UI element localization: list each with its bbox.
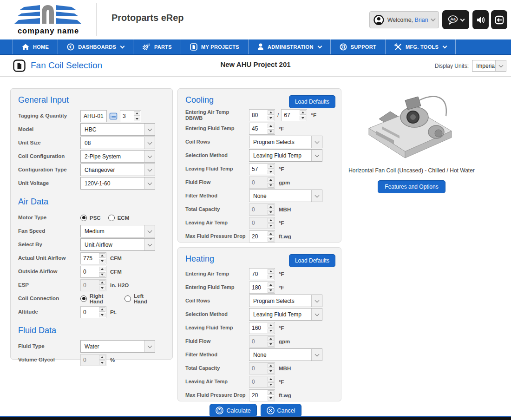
entering-air-temp-db-stepper[interactable]: 80 <box>249 109 275 121</box>
max-fluid-pressure-drop-stepper[interactable]: 20 <box>249 389 275 401</box>
spinner[interactable] <box>267 269 275 280</box>
max-fluid-pressure-drop-stepper[interactable]: 20 <box>249 230 275 243</box>
quantity-stepper[interactable]: 3 <box>120 110 141 122</box>
spin-up-button[interactable] <box>99 267 105 271</box>
leaving-fluid-temp-stepper[interactable]: 57 <box>249 163 275 175</box>
model-select[interactable]: HBC <box>80 123 155 136</box>
unit-voltage-select[interactable]: 120V-1-60 <box>80 177 155 190</box>
spinner[interactable] <box>98 307 106 318</box>
configuration-type-select[interactable]: Changeover <box>80 164 155 176</box>
nav-item-dashboards[interactable]: DASHBOARDS <box>58 39 133 54</box>
display-units-select[interactable]: Imperial <box>472 60 506 72</box>
select-by-select[interactable]: Unit Airflow <box>80 238 155 251</box>
spin-up-button <box>268 377 274 381</box>
nav-item-administration[interactable]: ADMINISTRATION <box>249 39 331 54</box>
spin-up-button[interactable] <box>134 111 140 116</box>
spin-down-button[interactable] <box>268 396 274 400</box>
entering-fluid-temp-stepper[interactable]: 45 <box>249 123 275 135</box>
calculate-button[interactable]: Calculate <box>210 404 256 417</box>
spin-down-button[interactable] <box>268 237 274 242</box>
cooling-load-defaults-button[interactable]: Load Defaults <box>289 95 335 108</box>
spin-down-button[interactable] <box>268 275 274 279</box>
spinner[interactable] <box>267 110 275 121</box>
spin-down-button[interactable] <box>268 288 274 293</box>
spin-up-button[interactable] <box>268 110 274 115</box>
radio-right-hand[interactable] <box>80 295 87 302</box>
entering-air-temp-stepper[interactable]: 70 <box>249 268 275 280</box>
spinner <box>267 336 275 347</box>
radio-ecm[interactable] <box>108 215 115 221</box>
coil-rows-select[interactable]: Program Selects <box>249 136 322 148</box>
entering-air-temp-value: 70 <box>249 269 267 280</box>
spinner[interactable] <box>267 231 275 242</box>
altitude-stepper[interactable]: 0 <box>80 306 106 318</box>
company-logo[interactable]: company name <box>13 3 84 35</box>
selection-method-select[interactable]: Leaving Fluid Temp <box>249 149 322 162</box>
radio-left-hand[interactable] <box>124 295 131 302</box>
spin-down-button[interactable] <box>268 129 274 134</box>
nav-item-mfg-tools[interactable]: MFG. TOOLS <box>386 39 456 54</box>
actual-unit-airflow-stepper[interactable]: 775 <box>80 252 106 264</box>
filter-method-select[interactable]: None <box>249 348 322 361</box>
selection-method-select[interactable]: Leaving Fluid Temp <box>249 308 322 321</box>
spin-up-button[interactable] <box>99 307 105 312</box>
spin-down-button[interactable] <box>134 117 140 121</box>
language-button[interactable]: Aa <box>442 10 469 29</box>
fluid-type-select[interactable]: Water <box>80 340 155 353</box>
spin-up-button[interactable] <box>300 110 306 115</box>
tag-input[interactable]: AHU-01 <box>80 110 107 122</box>
heating-load-defaults-button[interactable]: Load Defaults <box>289 254 335 267</box>
nav-item-support[interactable]: SUPPORT <box>331 39 386 54</box>
coil-configuration-select[interactable]: 2-Pipe System <box>80 150 155 163</box>
spin-up-button[interactable] <box>268 323 274 328</box>
display-units-label: Display Units: <box>435 63 469 69</box>
nav-item-home[interactable]: HOME <box>13 39 58 54</box>
spin-down-button[interactable] <box>268 328 274 333</box>
user-menu[interactable]: Welcome, Brian <box>369 11 439 28</box>
spin-down-button[interactable] <box>99 272 105 277</box>
spin-down-button[interactable] <box>268 116 274 120</box>
spinner[interactable] <box>267 164 275 175</box>
spin-up-button[interactable] <box>268 282 274 287</box>
spin-down-button[interactable] <box>99 313 105 317</box>
spin-up-button[interactable] <box>268 164 274 169</box>
max-fluid-pressure-drop-value: 20 <box>249 231 267 242</box>
spin-up-button[interactable] <box>268 124 274 128</box>
spinner[interactable] <box>267 322 275 334</box>
nav-item-parts[interactable]: PARTS <box>133 39 181 54</box>
spin-up-button[interactable] <box>99 253 105 258</box>
entering-fluid-temp-stepper[interactable]: 180 <box>249 282 275 294</box>
nav-item-my-projects[interactable]: MY PROJECTS <box>181 39 249 54</box>
leaving-fluid-temp-stepper[interactable]: 160 <box>249 322 275 334</box>
filter-method-select[interactable]: None <box>249 190 322 202</box>
spinner[interactable] <box>267 282 275 293</box>
spinner <box>267 376 275 387</box>
spin-down-button[interactable] <box>300 116 306 120</box>
fan-speed-select[interactable]: Medium <box>80 225 155 237</box>
unit-size-select[interactable]: 08 <box>80 137 155 149</box>
product-caption: Horizontal Fan Coil (Uncased) - Chilled … <box>347 167 476 174</box>
spin-up-button[interactable] <box>268 231 274 236</box>
cancel-button[interactable]: Cancel <box>261 404 301 417</box>
speaker-icon <box>476 16 485 24</box>
coil-connection-label: Coil Connection <box>18 295 80 302</box>
spin-up-button[interactable] <box>268 269 274 274</box>
spinner[interactable] <box>98 253 106 264</box>
spinner[interactable] <box>299 110 307 121</box>
entering-air-temp-wb-stepper[interactable]: 67 <box>281 109 307 121</box>
spinner[interactable] <box>267 390 275 401</box>
tag-list-icon[interactable] <box>109 112 118 120</box>
spinner[interactable] <box>267 123 275 134</box>
radio-psc[interactable] <box>80 215 87 221</box>
coil-rows-select[interactable]: Program Selects <box>249 295 322 307</box>
logout-button[interactable] <box>491 10 507 29</box>
spinner[interactable] <box>133 111 141 122</box>
spinner[interactable] <box>98 266 106 277</box>
spin-up-button[interactable] <box>268 390 274 395</box>
features-and-options-button[interactable]: Features and Options <box>378 180 445 193</box>
sound-button[interactable] <box>472 10 489 29</box>
spin-down-button[interactable] <box>268 170 274 174</box>
filter-method-value: None <box>249 190 311 202</box>
outside-airflow-stepper[interactable]: 0 <box>80 266 106 278</box>
spin-down-button[interactable] <box>99 259 105 263</box>
